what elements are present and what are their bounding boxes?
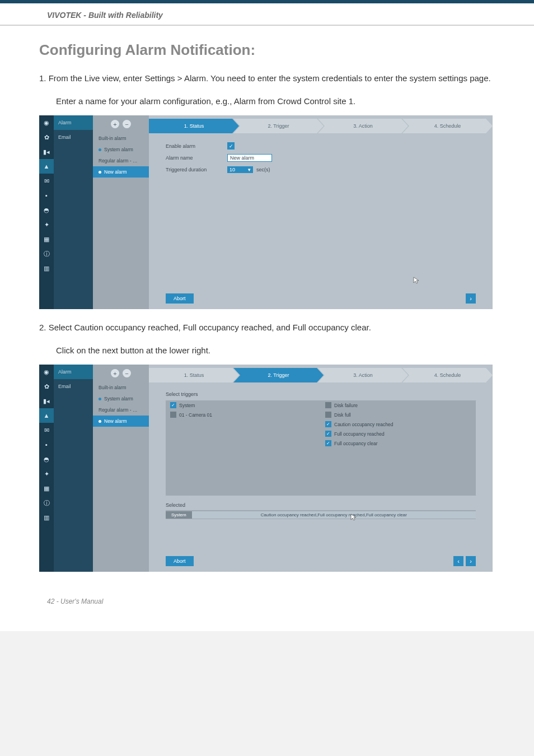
step-2b-text: Click on the next button at the lower ri… (39, 344, 495, 357)
info-icon[interactable]: ⓘ (39, 496, 54, 510)
remove-button[interactable]: − (123, 369, 131, 377)
gear-icon[interactable]: ✿ (39, 130, 54, 144)
disk-icon[interactable]: ◓ (39, 203, 54, 217)
step-2-text: 2. Select Caution occupancy reached, Ful… (39, 321, 495, 334)
checkbox-icon (170, 412, 176, 418)
nav-sidebar: ◉ ✿ ▮◂ ▲ ✉ ▪ ◓ ✦ ▦ ⓘ ▥ (39, 365, 54, 572)
step-trigger[interactable]: 2. Trigger (233, 368, 324, 382)
enable-label: Enable alarm (166, 143, 227, 149)
step-action[interactable]: 3. Action (318, 119, 408, 133)
document-page: VIVOTEK - Built with Reliability Configu… (0, 0, 534, 631)
trg-caution-occupancy[interactable]: ✓Caution occupancy reached (321, 419, 476, 429)
step-schedule[interactable]: 4. Schedule (402, 368, 493, 382)
step-1b-text: Enter a name for your alarm configuratio… (39, 95, 495, 108)
alarm-name-input[interactable]: New alarm (227, 154, 272, 162)
row-enable: Enable alarm ✓ (166, 142, 476, 150)
alarm-builtin[interactable]: Built-in alarm (93, 382, 149, 393)
camera-icon[interactable]: ▮◂ (39, 144, 54, 159)
step-schedule[interactable]: 4. Schedule (402, 119, 493, 133)
trg-disk-failure[interactable]: Disk failure (321, 400, 476, 410)
add-button[interactable]: + (111, 369, 119, 377)
alarm-system[interactable]: System alarm (93, 393, 149, 404)
selected-system-tag: System (166, 511, 192, 519)
next-button[interactable]: › (466, 556, 476, 566)
checkbox-icon: ✓ (325, 431, 331, 437)
alarm-list-controls: + − (93, 115, 149, 133)
gear-icon[interactable]: ✿ (39, 379, 54, 394)
sub-item-email[interactable]: Email (54, 130, 93, 144)
status-form: Enable alarm ✓ Alarm name New alarm Trig… (149, 139, 493, 181)
checkbox-icon: ✓ (170, 402, 176, 408)
trigger-source-col: ✓System 01 - Camera 01 (166, 400, 321, 496)
trg-full-occupancy[interactable]: ✓Full occupancy reached (321, 429, 476, 438)
bottom-buttons: Abort ‹ › (166, 556, 476, 566)
selected-events-text: Caution occupancy reached,Full occupancy… (192, 511, 476, 519)
dot-icon (99, 398, 101, 400)
email-icon[interactable]: ✉ (39, 423, 54, 437)
alarm-builtin[interactable]: Built-in alarm (93, 133, 149, 144)
main-title: Configuring Alarm Notification: (39, 41, 495, 59)
main-pane: 1. Status 2. Trigger 3. Action 4. Schedu… (149, 365, 493, 572)
trg-system[interactable]: ✓System (166, 400, 321, 410)
sub-item-alarm[interactable]: Alarm (54, 365, 93, 379)
prev-button[interactable]: ‹ (453, 556, 463, 566)
page-header: VIVOTEK - Built with Reliability (0, 0, 534, 26)
wizard-steps: 1. Status 2. Trigger 3. Action 4. Schedu… (149, 368, 493, 382)
alarm-list-panel: + − Built-in alarm System alarm Regular … (93, 115, 149, 309)
alarm-new[interactable]: New alarm (93, 166, 149, 178)
abort-button[interactable]: Abort (166, 556, 194, 566)
alarm-system[interactable]: System alarm (93, 144, 149, 155)
alarm-new[interactable]: New alarm (93, 416, 149, 427)
step-trigger[interactable]: 2. Trigger (233, 119, 324, 133)
alarm-regular[interactable]: Regular alarm - … (93, 404, 149, 416)
brand-text: VIVOTEK - Built with Reliability (47, 11, 163, 20)
select-triggers-label: Select triggers (166, 391, 476, 397)
network-icon[interactable]: ✦ (39, 466, 54, 481)
duration-input[interactable]: 10 ▾ (227, 166, 253, 173)
chart-icon[interactable]: ▥ (39, 261, 54, 276)
user-icon[interactable]: ▪ (39, 188, 54, 203)
info-icon[interactable]: ⓘ (39, 246, 54, 261)
step-action[interactable]: 3. Action (318, 368, 408, 382)
email-icon[interactable]: ✉ (39, 174, 54, 188)
row-duration: Triggered duration 10 ▾ sec(s) (166, 166, 476, 173)
sub-item-email[interactable]: Email (54, 379, 93, 394)
page-footer: 42 - User's Manual (0, 594, 534, 609)
step-status[interactable]: 1. Status (149, 368, 239, 382)
add-button[interactable]: + (111, 120, 119, 128)
user-icon[interactable]: ▪ (39, 437, 54, 452)
dot-icon (99, 148, 101, 151)
selected-bar: System Caution occupancy reached,Full oc… (166, 510, 476, 519)
remove-button[interactable]: − (123, 120, 131, 128)
alarm-name-label: Alarm name (166, 155, 227, 161)
grid-icon[interactable]: ▦ (39, 481, 54, 496)
trg-camera01[interactable]: 01 - Camera 01 (166, 410, 321, 419)
trigger-event-col: Disk failure Disk full ✓Caution occupanc… (321, 400, 476, 496)
step-1-text: 1. From the Live view, enter Settings > … (39, 72, 495, 85)
next-button[interactable]: › (466, 293, 476, 304)
checkbox-icon (325, 412, 331, 418)
checkbox-icon (325, 402, 331, 408)
alarm-regular[interactable]: Regular alarm - … (93, 155, 149, 166)
chart-icon[interactable]: ▥ (39, 510, 54, 525)
trg-disk-full[interactable]: Disk full (321, 410, 476, 419)
enable-checkbox[interactable]: ✓ (227, 142, 235, 150)
grid-icon[interactable]: ▦ (39, 232, 54, 246)
network-icon[interactable]: ✦ (39, 217, 54, 232)
sub-item-alarm[interactable]: Alarm (54, 115, 93, 130)
step-status[interactable]: 1. Status (149, 119, 239, 133)
nav-buttons: ‹ › (453, 556, 476, 566)
alarm-bell-icon[interactable]: ▲ (39, 408, 54, 423)
alarm-bell-icon[interactable]: ▲ (39, 159, 54, 174)
screenshot-1: ◉ ✿ ▮◂ ▲ ✉ ▪ ◓ ✦ ▦ ⓘ ▥ Alarm Email + − (39, 115, 493, 309)
dot-icon (99, 171, 101, 174)
duration-label: Triggered duration (166, 167, 227, 172)
trg-occupancy-clear[interactable]: ✓Full occupancy clear (321, 438, 476, 448)
disk-icon[interactable]: ◓ (39, 452, 54, 466)
trigger-form: Select triggers ✓System 01 - Camera 01 D… (149, 388, 493, 496)
camera-icon[interactable]: ▮◂ (39, 394, 54, 408)
eye-icon[interactable]: ◉ (39, 365, 54, 379)
duration-unit: sec(s) (256, 167, 270, 172)
abort-button[interactable]: Abort (166, 293, 194, 304)
eye-icon[interactable]: ◉ (39, 115, 54, 130)
